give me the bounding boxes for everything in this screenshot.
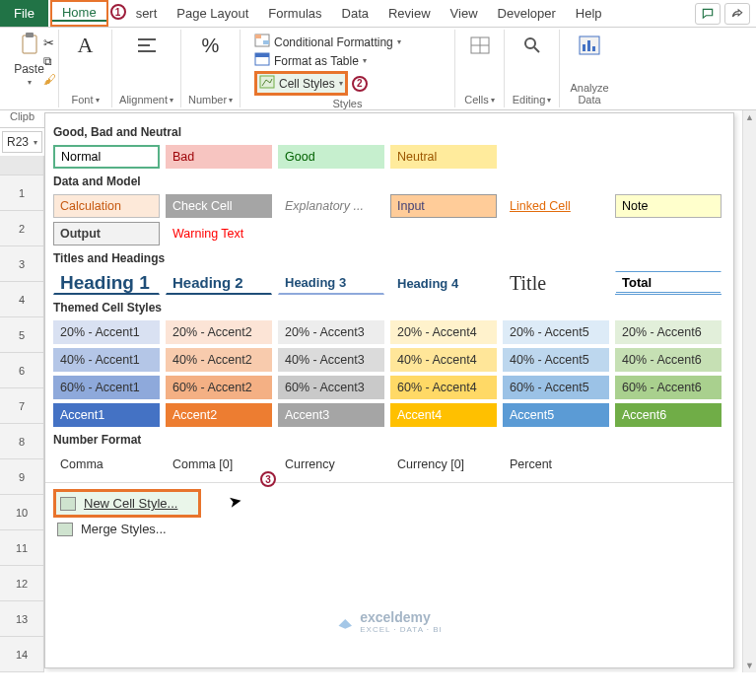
style-swatch-accent[interactable]: 60% - Accent2 xyxy=(166,376,272,399)
merge-styles-menu-item[interactable]: Merge Styles... xyxy=(53,518,725,540)
row-header[interactable]: 12 xyxy=(0,566,44,601)
analyze-data-icon[interactable] xyxy=(576,32,603,59)
style-swatch-data-model[interactable]: Input xyxy=(390,194,497,218)
tab-home[interactable]: Home xyxy=(52,5,106,22)
style-swatch-number-format[interactable]: Comma [0] xyxy=(166,453,272,476)
format-painter-icon[interactable]: 🖌 xyxy=(43,72,56,87)
file-tab[interactable]: File xyxy=(0,0,48,27)
row-header[interactable]: 14 xyxy=(0,637,44,672)
style-swatch-accent[interactable]: 60% - Accent4 xyxy=(390,376,497,399)
cells-icon[interactable] xyxy=(466,32,494,59)
tab-page-layout[interactable]: Page Layout xyxy=(167,0,258,27)
font-icon[interactable]: A xyxy=(72,32,100,59)
style-heading-2[interactable]: Heading 2 xyxy=(166,271,272,295)
style-swatch-data-model[interactable]: Calculation xyxy=(53,194,160,218)
row-header[interactable]: 3 xyxy=(0,246,44,282)
style-swatch-accent[interactable]: 20% - Accent4 xyxy=(390,320,497,344)
style-swatch-accent[interactable]: 40% - Accent5 xyxy=(503,348,609,372)
style-swatch-data-model[interactable]: Output xyxy=(53,222,160,245)
new-cell-style-menu-item[interactable]: New Cell Style... xyxy=(56,492,181,515)
row-header[interactable]: 8 xyxy=(0,424,44,459)
style-swatch-accent[interactable]: Accent2 xyxy=(166,403,272,427)
style-heading-4[interactable]: Heading 4 xyxy=(390,271,497,295)
vertical-scrollbar[interactable]: ▲ ▼ xyxy=(742,110,756,672)
style-swatch-accent[interactable]: 60% - Accent1 xyxy=(53,376,160,399)
style-swatch-accent[interactable]: 60% - Accent5 xyxy=(503,376,609,399)
style-swatch-accent[interactable]: 20% - Accent2 xyxy=(166,320,272,344)
style-swatch-accent[interactable]: 40% - Accent3 xyxy=(278,348,384,372)
style-swatch-accent[interactable]: 20% - Accent6 xyxy=(615,320,722,344)
row-header[interactable]: 13 xyxy=(0,601,44,637)
name-box[interactable]: R23 ▾ xyxy=(2,131,42,153)
style-swatch-accent[interactable]: 20% - Accent3 xyxy=(278,320,384,344)
style-swatch-gbn[interactable]: Good xyxy=(278,145,384,169)
row-header[interactable]: 5 xyxy=(0,317,44,353)
comment-icon xyxy=(701,7,715,21)
style-swatch-accent[interactable]: 20% - Accent1 xyxy=(53,320,160,344)
style-swatch-data-model[interactable]: Warning Text xyxy=(166,222,272,245)
row-header[interactable]: 9 xyxy=(0,459,44,495)
style-swatch-data-model[interactable]: Linked Cell xyxy=(503,194,609,218)
style-swatch-accent[interactable]: 60% - Accent3 xyxy=(278,376,384,399)
row-header[interactable]: 10 xyxy=(0,495,44,530)
style-swatch-data-model[interactable]: Note xyxy=(615,194,722,218)
style-swatch-data-model[interactable]: Explanatory ... xyxy=(278,194,384,218)
style-swatch-accent[interactable]: Accent5 xyxy=(503,403,609,427)
tab-help[interactable]: Help xyxy=(566,0,612,27)
style-swatch-accent[interactable]: 40% - Accent2 xyxy=(166,348,272,372)
select-all-corner[interactable] xyxy=(0,156,44,175)
style-swatch-number-format[interactable]: Percent xyxy=(503,453,609,476)
style-swatch-accent[interactable]: 40% - Accent4 xyxy=(390,348,497,372)
style-swatch-accent[interactable]: Accent6 xyxy=(615,403,722,427)
cut-icon[interactable]: ✂ xyxy=(43,35,56,50)
style-swatch-accent[interactable]: Accent1 xyxy=(53,403,160,427)
tab-developer[interactable]: Developer xyxy=(488,0,566,27)
conditional-formatting-button[interactable]: Conditional Formatting ▾ xyxy=(254,34,401,50)
style-swatch-accent[interactable]: Accent3 xyxy=(278,403,384,427)
row-header[interactable]: 2 xyxy=(0,211,44,246)
paste-button[interactable]: Paste ▾ xyxy=(14,32,44,87)
style-heading-1[interactable]: Heading 1 xyxy=(53,271,160,295)
comments-button[interactable] xyxy=(695,3,721,25)
cell-styles-button[interactable]: Cell Styles ▾ xyxy=(259,75,343,92)
scroll-down-icon[interactable]: ▼ xyxy=(745,661,754,670)
style-swatch-number-format[interactable]: Currency xyxy=(278,453,384,476)
row-header[interactable]: 1 xyxy=(0,175,44,211)
share-button[interactable] xyxy=(724,3,750,25)
style-heading-3[interactable]: Heading 3 xyxy=(278,271,384,295)
tab-data[interactable]: Data xyxy=(332,0,378,27)
style-swatch-number-format[interactable]: Currency [0] xyxy=(390,453,497,476)
copy-icon[interactable]: ⧉ xyxy=(43,54,56,68)
style-swatch-accent[interactable]: 40% - Accent6 xyxy=(615,348,722,372)
tab-review[interactable]: Review xyxy=(378,0,441,27)
tab-view[interactable]: View xyxy=(441,0,488,27)
row-header[interactable]: 4 xyxy=(0,282,44,317)
style-swatch-data-model[interactable]: Check Cell xyxy=(166,194,272,218)
style-swatch-gbn[interactable]: Bad xyxy=(166,145,272,169)
number-icon[interactable]: % xyxy=(197,32,225,59)
ribbon-group-alignment: Alignment▾ xyxy=(112,30,181,107)
tab-insert-cut[interactable]: sert xyxy=(126,0,168,27)
alignment-icon[interactable] xyxy=(133,32,161,59)
style-swatch-gbn[interactable]: Neutral xyxy=(390,145,497,169)
style-swatch-number-format[interactable]: Comma xyxy=(53,453,160,476)
style-swatch-accent[interactable]: 40% - Accent1 xyxy=(53,348,160,372)
format-as-table-button[interactable]: Format as Table ▾ xyxy=(254,52,401,69)
tab-formulas[interactable]: Formulas xyxy=(258,0,331,27)
style-swatch-accent[interactable]: 60% - Accent6 xyxy=(615,376,722,399)
annotation-highlight-2: Cell Styles ▾ xyxy=(254,71,348,96)
style-swatch-gbn[interactable]: Normal xyxy=(53,145,160,169)
style-total[interactable]: Total xyxy=(615,271,722,295)
style-title[interactable]: Title xyxy=(503,271,609,295)
svg-rect-19 xyxy=(592,46,595,51)
style-swatch-accent[interactable]: 20% - Accent5 xyxy=(503,320,609,344)
row-header[interactable]: 6 xyxy=(0,353,44,388)
annotation-highlight-1: Home xyxy=(50,0,108,27)
editing-icon[interactable] xyxy=(518,32,546,59)
gallery-section-titles: Titles and Headings xyxy=(53,251,725,265)
merge-styles-label: Merge Styles... xyxy=(81,522,167,536)
scroll-up-icon[interactable]: ▲ xyxy=(745,112,754,122)
row-header[interactable]: 11 xyxy=(0,530,44,566)
style-swatch-accent[interactable]: Accent4 xyxy=(390,403,497,427)
row-header[interactable]: 7 xyxy=(0,388,44,424)
